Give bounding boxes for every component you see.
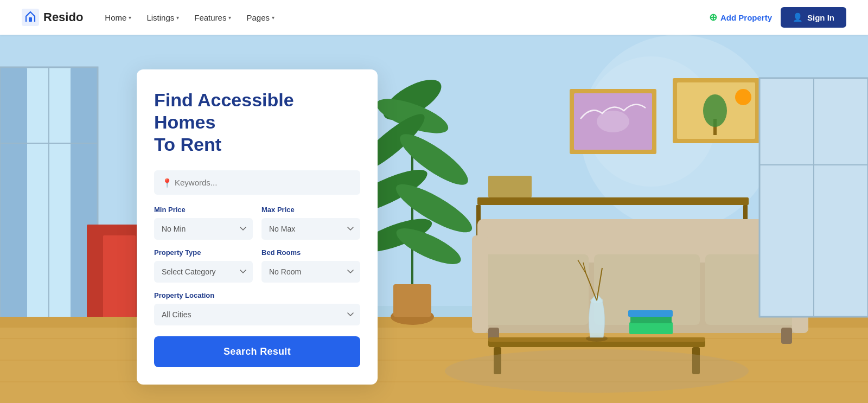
svg-rect-54 xyxy=(781,328,792,344)
price-row: Min Price No Min $500 $1000 $1500 $2000 … xyxy=(154,206,360,240)
svg-rect-51 xyxy=(472,235,488,333)
svg-point-34 xyxy=(735,89,751,105)
user-icon: 👤 xyxy=(793,12,803,22)
navbar: Resido Home ▾ Listings ▾ Features ▾ Page… xyxy=(0,0,868,35)
svg-rect-23 xyxy=(477,197,749,205)
location-pin-icon: 📍 xyxy=(162,177,173,188)
chevron-down-icon: ▾ xyxy=(176,15,179,21)
svg-rect-67 xyxy=(628,310,673,317)
plus-icon: ⊕ xyxy=(709,11,717,23)
chevron-down-icon: ▾ xyxy=(129,15,131,21)
search-card: Find Accessible Homes To Rent 📍 Min Pric… xyxy=(137,69,378,385)
svg-rect-1 xyxy=(29,17,32,22)
nav-actions: ⊕ Add Property 👤 Sign In xyxy=(709,7,846,28)
svg-rect-36 xyxy=(393,284,431,317)
hero-section: Find Accessible Homes To Rent 📍 Min Pric… xyxy=(0,0,868,403)
search-result-button[interactable]: Search Result xyxy=(154,336,360,367)
svg-point-29 xyxy=(597,111,629,132)
max-price-label: Max Price xyxy=(261,206,360,214)
chevron-down-icon: ▾ xyxy=(272,15,275,21)
min-price-select[interactable]: No Min $500 $1000 $1500 $2000 $3000 xyxy=(154,218,253,240)
nav-listings[interactable]: Listings ▾ xyxy=(146,13,179,22)
keywords-input[interactable] xyxy=(154,170,360,195)
nav-pages[interactable]: Pages ▾ xyxy=(246,13,275,22)
min-price-group: Min Price No Min $500 $1000 $1500 $2000 … xyxy=(154,206,253,240)
location-row: Property Location All Cities New York Lo… xyxy=(154,291,360,325)
nav-links: Home ▾ Listings ▾ Features ▾ Pages ▾ xyxy=(105,13,709,22)
living-room-illustration xyxy=(0,35,868,403)
svg-rect-48 xyxy=(483,254,589,325)
max-price-group: Max Price No Max $1000 $2000 $3000 $5000… xyxy=(261,206,360,240)
nav-features[interactable]: Features ▾ xyxy=(194,13,231,22)
svg-point-33 xyxy=(703,94,727,127)
property-type-select[interactable]: Select Category Apartment House Villa St… xyxy=(154,261,253,283)
nav-home[interactable]: Home ▾ xyxy=(105,13,131,22)
brand-name: Resido xyxy=(43,10,83,24)
svg-rect-5 xyxy=(0,67,27,328)
bedrooms-group: Bed Rooms No Room 1 Room 2 Rooms 3 Rooms… xyxy=(261,248,360,283)
property-type-label: Property Type xyxy=(154,248,253,257)
max-price-select[interactable]: No Max $1000 $2000 $3000 $5000 $10000 xyxy=(261,218,360,240)
logo[interactable]: Resido xyxy=(22,9,83,26)
hero-title: Find Accessible Homes To Rent xyxy=(154,89,360,155)
svg-rect-26 xyxy=(488,176,532,197)
location-label: Property Location xyxy=(154,291,360,299)
location-select[interactable]: All Cities New York Los Angeles Chicago … xyxy=(154,304,360,325)
min-price-label: Min Price xyxy=(154,206,253,214)
hero-background xyxy=(0,35,868,403)
type-bedroom-row: Property Type Select Category Apartment … xyxy=(154,248,360,283)
logo-icon xyxy=(22,9,39,26)
chevron-down-icon: ▾ xyxy=(228,15,231,21)
bedrooms-select[interactable]: No Room 1 Room 2 Rooms 3 Rooms 4+ Rooms xyxy=(261,261,360,283)
svg-point-68 xyxy=(445,349,749,393)
bedrooms-label: Bed Rooms xyxy=(261,248,360,257)
svg-rect-65 xyxy=(629,322,673,334)
sign-in-button[interactable]: 👤 Sign In xyxy=(781,7,846,28)
add-property-button[interactable]: ⊕ Add Property xyxy=(709,11,772,23)
keywords-field-wrap: 📍 xyxy=(154,170,360,195)
property-type-group: Property Type Select Category Apartment … xyxy=(154,248,253,283)
